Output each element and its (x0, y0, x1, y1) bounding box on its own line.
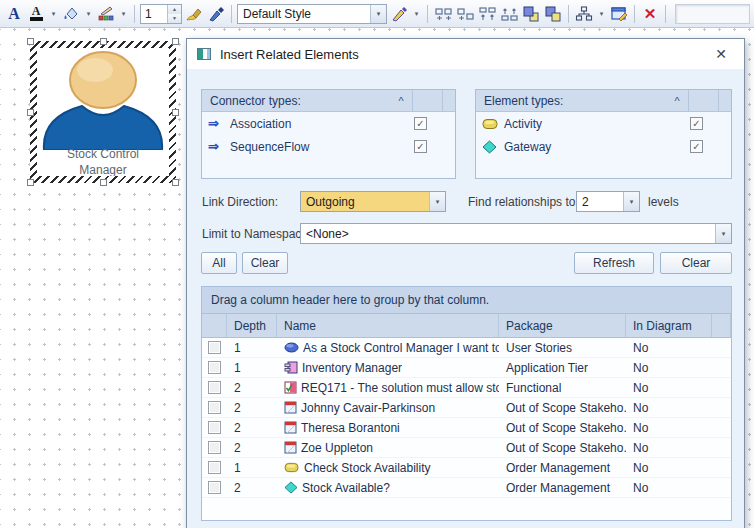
line-width-spinner[interactable]: 1 ▲ ▼ (140, 4, 182, 24)
row-checkbox[interactable] (208, 381, 221, 394)
style-combo[interactable]: Default Style ▾ (237, 4, 387, 24)
toolbar-separator (134, 5, 135, 23)
font-color-dropdown[interactable]: ▾ (48, 4, 59, 24)
grid-header-depth[interactable]: Depth (227, 314, 277, 337)
component-icon (284, 361, 298, 374)
activity-icon (284, 462, 300, 473)
line-color-icon[interactable] (96, 4, 116, 24)
hierarchy-dropdown[interactable]: ▾ (596, 4, 607, 24)
selection-handle[interactable] (172, 38, 179, 45)
table-row[interactable]: 2 Stock Available? Order Management No (202, 478, 731, 498)
line-width-down[interactable]: ▼ (168, 14, 181, 23)
grid-header-name[interactable]: Name (277, 314, 499, 337)
actor-element-stock-control-manager[interactable]: Stock Control Manager (30, 41, 176, 183)
grid-header-indiagram[interactable]: In Diagram (626, 314, 712, 337)
sequenceflow-checkbox[interactable] (414, 140, 427, 153)
element-types-panel: Element types: ^ Activity (475, 89, 732, 179)
format-toolbar: A A ▾ ▾ ▾ 1 (0, 0, 754, 28)
style-combo-dropdown[interactable]: ▾ (370, 5, 386, 23)
line-width-value[interactable]: 1 (141, 5, 167, 23)
table-row[interactable]: 1 Inventory Manager Application Tier No (202, 358, 731, 378)
bring-to-top-icon[interactable] (521, 4, 541, 24)
namespace-dropdown[interactable]: ▾ (715, 224, 731, 243)
element-panel-header[interactable]: Element types: ^ (476, 90, 731, 112)
clear-left-button[interactable]: Clear (242, 252, 288, 274)
selection-handle[interactable] (27, 38, 34, 45)
sequenceflow-arrow-icon: ⇒ (208, 139, 219, 154)
refresh-button[interactable]: Refresh (574, 252, 654, 274)
activity-checkbox[interactable] (690, 117, 703, 130)
clear-right-button[interactable]: Clear (660, 252, 732, 274)
actor-figure-icon (38, 48, 168, 150)
table-row[interactable]: 2 Theresa Borantoni Out of Scope Stakeho… (202, 418, 731, 438)
application-window: A A ▾ ▾ ▾ 1 (0, 0, 754, 528)
row-checkbox[interactable] (208, 421, 221, 434)
gateway-checkbox[interactable] (690, 140, 703, 153)
fill-color-icon[interactable] (61, 4, 81, 24)
row-checkbox[interactable] (208, 401, 221, 414)
space-evenly-vertical-icon[interactable] (499, 4, 519, 24)
selection-handle[interactable] (172, 179, 179, 186)
font-icon[interactable]: A (4, 4, 24, 24)
selection-handle[interactable] (27, 179, 34, 186)
table-row[interactable]: 1 As a Stock Control Manager I want to .… (202, 338, 731, 358)
close-icon[interactable]: ✕ (708, 46, 734, 62)
element-row-activity[interactable]: Activity (476, 112, 731, 135)
related-elements-grid: Drag a column header here to group by th… (201, 286, 732, 521)
fill-color-dropdown[interactable]: ▾ (83, 4, 94, 24)
connector-panel-header[interactable]: Connector types: ^ (202, 90, 455, 112)
element-name-label: Stock Control Manager (55, 146, 151, 176)
collapse-chevron-icon[interactable]: ^ (390, 95, 412, 107)
row-checkbox[interactable] (208, 341, 221, 354)
grid-header-package[interactable]: Package (499, 314, 626, 337)
association-checkbox[interactable] (414, 117, 427, 130)
delete-icon[interactable]: ✕ (640, 4, 660, 24)
table-row[interactable]: 2 Johnny Cavair-Parkinson Out of Scope S… (202, 398, 731, 418)
stakeholder-screen-icon (284, 441, 297, 454)
levels-label: levels (648, 195, 679, 209)
appearance-pen-icon[interactable] (389, 4, 409, 24)
properties-icon[interactable] (609, 4, 629, 24)
activity-icon (482, 118, 499, 130)
dialog-titlebar[interactable]: Insert Related Elements ✕ (187, 39, 744, 69)
grid-header-extra[interactable] (712, 314, 731, 337)
table-row[interactable]: 2 REQ171 - The solution must allow stoc.… (202, 378, 731, 398)
row-checkbox[interactable] (208, 441, 221, 454)
space-evenly-horizontal-icon[interactable] (477, 4, 497, 24)
row-checkbox[interactable] (208, 361, 221, 374)
font-color-icon[interactable]: A (26, 4, 46, 24)
diagram-canvas[interactable]: Stock Control Manager Insert Related Ele… (0, 28, 754, 528)
toolbar-separator (568, 5, 569, 23)
find-relationships-dropdown[interactable]: ▾ (623, 192, 639, 211)
connector-row-association[interactable]: ⇒ Association (202, 112, 455, 135)
line-color-dropdown[interactable]: ▾ (118, 4, 129, 24)
user-story-icon (284, 342, 299, 353)
line-width-up[interactable]: ▲ (168, 5, 181, 14)
group-by-hint[interactable]: Drag a column header here to group by th… (202, 287, 731, 314)
appearance-dropdown[interactable]: ▾ (411, 4, 422, 24)
insert-right-icon[interactable] (455, 4, 475, 24)
selection-handle[interactable] (27, 109, 34, 116)
namespace-combo[interactable]: <None> ▾ (300, 223, 732, 244)
insert-left-icon[interactable] (433, 4, 453, 24)
send-to-back-icon[interactable] (543, 4, 563, 24)
connector-row-sequenceflow[interactable]: ⇒ SequenceFlow (202, 135, 455, 158)
table-row[interactable]: 1 Check Stock Availability Order Managem… (202, 458, 731, 478)
link-direction-combo[interactable]: Outgoing ▾ (300, 191, 446, 212)
row-checkbox[interactable] (208, 461, 221, 474)
selection-handle[interactable] (100, 38, 107, 45)
all-button[interactable]: All (201, 252, 237, 274)
link-direction-dropdown[interactable]: ▾ (429, 192, 445, 211)
selection-handle[interactable] (172, 109, 179, 116)
eyedropper-icon[interactable] (206, 4, 226, 24)
grid-header-checkbox[interactable] (202, 314, 227, 337)
link-direction-label: Link Direction: (202, 195, 278, 209)
collapse-chevron-icon[interactable]: ^ (666, 95, 688, 107)
selection-handle[interactable] (100, 179, 107, 186)
element-row-gateway[interactable]: Gateway (476, 135, 731, 158)
find-relationships-combo[interactable]: 2 ▾ (576, 191, 640, 212)
table-row[interactable]: 2 Zoe Uppleton Out of Scope Stakeho... N… (202, 438, 731, 458)
row-checkbox[interactable] (208, 481, 221, 494)
format-painter-icon[interactable] (184, 4, 204, 24)
hierarchy-icon[interactable] (574, 4, 594, 24)
